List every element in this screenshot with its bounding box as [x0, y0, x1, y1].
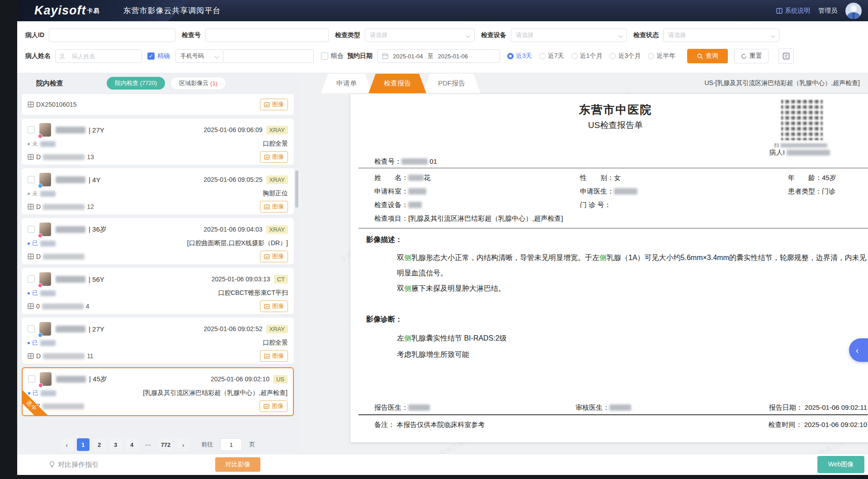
field-note: 备注： 本报告仅供本院临床科室参考 — [374, 421, 485, 429]
patient-name-redacted — [56, 176, 85, 183]
main-area: 院内检查 院内检查 (7720) 区域影像云(1) DX250106015 图像 — [17, 73, 868, 454]
film-icon — [28, 253, 34, 260]
compare-images-button[interactable]: 对比影像 — [215, 457, 260, 472]
exam-checkbox[interactable] — [28, 226, 35, 233]
exam-datetime: 2025-01-06 09:06:09 — [204, 126, 263, 133]
patient-avatar — [39, 272, 51, 286]
image-button[interactable]: 图像 — [260, 151, 288, 163]
image-button[interactable]: 图像 — [260, 201, 288, 213]
pagination: ‹ 1234···772 › 前往 页 — [17, 438, 298, 451]
quick-range-radio[interactable]: 近3天 — [507, 52, 532, 60]
patient-avatar — [39, 322, 51, 336]
exam-checkbox[interactable] — [28, 176, 35, 183]
image-edit-icon — [264, 102, 270, 108]
exam-no-label: 检查号 — [182, 31, 201, 39]
image-button[interactable]: 图像 — [260, 350, 288, 362]
patient-id-input[interactable] — [49, 28, 175, 42]
exam-card[interactable]: | 56Y 2025-01-06 09:03:13 CT 已 口腔CBCT锥形束… — [22, 268, 294, 314]
gender-badge — [38, 233, 42, 238]
image-button[interactable]: 图像 — [259, 400, 288, 412]
page-button[interactable]: 4 — [126, 438, 138, 451]
exam-no-input[interactable] — [205, 28, 329, 42]
exam-checkbox[interactable] — [28, 275, 35, 283]
date-to[interactable]: 2025-01-06 — [438, 53, 468, 60]
patient-id-label: 病人ID — [25, 31, 44, 39]
image-button[interactable]: 图像 — [260, 300, 288, 312]
exam-checkbox[interactable] — [28, 126, 35, 133]
panel-splitter-handle[interactable] — [295, 171, 298, 208]
page-button[interactable]: 1 — [77, 438, 90, 451]
phone-input[interactable] — [223, 49, 314, 63]
report-paragraph: 双侧乳腺形态大小正常，内结构清晰，导管未见明显增宽。于左侧乳腺（1A）可见大小约… — [397, 250, 868, 281]
exam-type-select[interactable]: 请选择 — [365, 28, 475, 42]
page-button[interactable]: 3 — [109, 438, 122, 451]
film-icon — [28, 403, 34, 409]
phone-type-select[interactable]: 手机号码 — [175, 49, 223, 63]
exam-card[interactable]: | 4Y 2025-01-06 09:05:25 XRAY 未 胸部正位 D12… — [22, 168, 294, 214]
exam-description: 口腔全景 — [263, 140, 288, 148]
viewer-tab[interactable]: PDF报告 — [423, 74, 481, 93]
field-review-doctor: 审核医生： — [576, 403, 631, 412]
regional-count: (1) — [210, 80, 217, 87]
exam-device-select[interactable]: 请选择 — [511, 28, 627, 42]
user-avatar[interactable] — [845, 3, 862, 19]
quick-range-radio[interactable]: 近3个月 — [609, 52, 641, 60]
date-to-word: 至 — [428, 52, 434, 60]
quick-range-radio[interactable]: 近7天 — [539, 52, 564, 60]
exam-card[interactable]: | 27Y 2025-01-06 09:06:09 XRAY 未 口腔全景 D1… — [22, 119, 294, 165]
exam-description: [口腔曲面断层,口腔X线摄影（DR）] — [187, 239, 288, 247]
web-image-button[interactable]: Web图像 — [817, 456, 864, 473]
tab-internal-exams[interactable]: 院内检查 (7720) — [107, 77, 165, 90]
patient-name-redacted — [56, 326, 85, 332]
modality-badge: US — [273, 375, 288, 384]
exam-id: 04 — [28, 303, 90, 310]
diag-heading: 影像诊断： — [366, 315, 402, 324]
goto-page-input[interactable] — [220, 438, 242, 451]
image-button[interactable]: 图像 — [260, 251, 288, 262]
quick-range-radio[interactable]: 近半年 — [648, 52, 675, 60]
search-button[interactable]: 查询 — [687, 49, 728, 63]
patient-age: | 36岁 — [89, 225, 107, 234]
combo-checkbox[interactable] — [321, 52, 328, 60]
combo-label: 组合 — [331, 52, 344, 60]
reset-button[interactable]: 重置 — [734, 49, 769, 63]
pages-ellipsis: ··· — [142, 438, 155, 451]
report-paragraph: 左侧乳腺囊实性结节 BI-RADS:2级 — [397, 330, 868, 346]
patient-name-input[interactable] — [55, 49, 142, 63]
radio-icon — [609, 53, 616, 59]
exam-checkbox[interactable] — [28, 325, 35, 332]
tab-regional-cloud[interactable]: 区域影像云(1) — [170, 77, 226, 90]
person-icon — [59, 53, 65, 59]
compare-guide-link[interactable]: 对比操作指引 — [49, 460, 99, 469]
exact-checkbox[interactable]: ✓ — [147, 52, 155, 60]
exam-card-partial[interactable]: DX250106015 图像 — [22, 94, 294, 115]
quick-range-radio[interactable]: 近1个月 — [571, 52, 603, 60]
layout-config-button[interactable] — [778, 48, 794, 64]
modality-badge: CT — [274, 275, 288, 284]
date-range-picker[interactable]: 2025-01-04 至 2025-01-06 — [377, 49, 500, 63]
radio-icon — [539, 53, 546, 59]
system-help-link[interactable]: 系统说明 — [776, 7, 810, 15]
page-button[interactable]: 2 — [93, 438, 106, 451]
page-button[interactable]: 772 — [158, 438, 174, 451]
exam-status-select[interactable]: 请选择 — [663, 28, 779, 42]
date-from[interactable]: 2025-01-04 — [393, 53, 423, 60]
exam-checkbox[interactable] — [28, 375, 35, 383]
exact-label: 精确 — [157, 52, 170, 60]
prev-page-button[interactable]: ‹ — [61, 438, 73, 451]
bottom-bar: 对比操作指引 对比影像 Web图像 — [17, 454, 868, 475]
exam-card[interactable]: | 27Y 2025-01-06 09:02:52 XRAY 已 口腔全景 D1… — [22, 318, 294, 364]
top-navbar: Kayisoft卡易 东营市影像云共享调阅平台 系统说明 管理员 — [17, 0, 868, 21]
patient-name-field[interactable] — [59, 50, 138, 62]
current-user[interactable]: 管理员 — [818, 7, 837, 15]
bulb-icon — [49, 461, 55, 468]
viewer-tab[interactable]: 申请单 — [321, 74, 372, 93]
viewer-tab[interactable]: 检查报告 — [368, 74, 426, 93]
quick-range-label: 近1个月 — [580, 52, 603, 60]
exam-card[interactable]: | 45岁 2025-01-06 09:02:10 US 已 [乳腺及其引流区淋… — [22, 367, 294, 416]
next-page-button[interactable]: › — [177, 438, 189, 451]
modality-badge: XRAY — [266, 175, 288, 184]
image-button[interactable]: 图像 — [260, 99, 288, 110]
report-status: 未 — [28, 190, 56, 198]
exam-card[interactable]: | 36岁 2025-01-06 09:04:03 XRAY 已 [口腔曲面断层… — [22, 218, 294, 264]
